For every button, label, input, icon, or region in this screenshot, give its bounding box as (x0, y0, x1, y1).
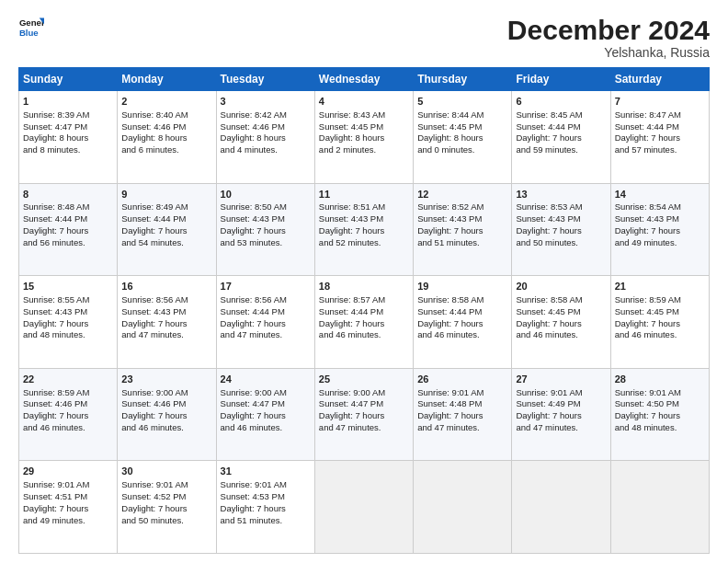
logo: General Blue (18, 15, 44, 40)
day-info-line: Daylight: 7 hours (516, 132, 606, 144)
day-number: 11 (319, 188, 409, 201)
day-info-line: Daylight: 7 hours (221, 410, 311, 422)
day-info-line: Sunset: 4:45 PM (319, 121, 409, 133)
day-info-line: Sunrise: 8:59 AM (23, 387, 113, 399)
day-info-line: Sunset: 4:43 PM (221, 213, 311, 225)
day-info-line: Daylight: 8 hours (121, 132, 211, 144)
subtitle: Yelshanka, Russia (507, 45, 710, 60)
day-info-line: Sunset: 4:43 PM (516, 213, 606, 225)
page: General Blue December 2024 Yelshanka, Ru… (0, 0, 728, 563)
day-info-line: and 48 minutes. (615, 422, 705, 434)
day-info-line: Sunset: 4:48 PM (417, 398, 507, 410)
day-info-line: Sunrise: 8:44 AM (417, 109, 507, 121)
day-number: 28 (615, 373, 705, 386)
day-info-line: and 46 minutes. (23, 422, 113, 434)
day-number: 7 (615, 95, 705, 109)
day-number: 3 (221, 95, 311, 109)
day-number: 15 (23, 280, 113, 293)
list-item: 9Sunrise: 8:49 AMSunset: 4:44 PMDaylight… (118, 183, 216, 276)
list-item: 8Sunrise: 8:48 AMSunset: 4:44 PMDaylight… (19, 183, 118, 276)
day-number: 17 (221, 280, 311, 293)
day-number: 20 (516, 280, 606, 293)
day-number: 14 (615, 188, 705, 201)
day-info-line: and 52 minutes. (319, 237, 409, 249)
list-item: 11Sunrise: 8:51 AMSunset: 4:43 PMDayligh… (314, 183, 413, 276)
day-info-line: Sunset: 4:46 PM (23, 398, 113, 410)
day-info-line: Sunrise: 8:49 AM (121, 201, 211, 213)
day-info-line: Sunrise: 8:57 AM (319, 294, 409, 306)
day-info-line: Daylight: 7 hours (615, 318, 705, 330)
day-number: 10 (221, 188, 311, 201)
day-info-line: Daylight: 8 hours (319, 132, 409, 144)
day-info-line: Sunrise: 8:51 AM (319, 201, 409, 213)
day-info-line: Sunset: 4:43 PM (23, 306, 113, 318)
day-info-line: and 51 minutes. (417, 237, 507, 249)
day-info-line: Daylight: 7 hours (319, 318, 409, 330)
day-info-line: Daylight: 7 hours (319, 410, 409, 422)
day-info-line: and 46 minutes. (417, 329, 507, 341)
day-info-line: and 46 minutes. (615, 329, 705, 341)
col-thursday: Thursday (414, 68, 512, 91)
day-info-line: Sunrise: 8:56 AM (221, 294, 311, 306)
day-info-line: and 54 minutes. (121, 237, 211, 249)
day-info-line: and 47 minutes. (417, 422, 507, 434)
day-info-line: and 0 minutes. (417, 144, 507, 156)
day-info-line: Sunrise: 9:00 AM (319, 387, 409, 399)
day-number: 8 (23, 188, 113, 201)
list-item: 29Sunrise: 9:01 AMSunset: 4:51 PMDayligh… (19, 461, 118, 554)
day-info-line: and 47 minutes. (319, 422, 409, 434)
list-item: 20Sunrise: 8:58 AMSunset: 4:45 PMDayligh… (512, 276, 610, 369)
day-info-line: Sunset: 4:45 PM (516, 306, 606, 318)
day-info-line: Daylight: 7 hours (121, 225, 211, 237)
day-number: 2 (121, 95, 211, 109)
day-info-line: and 47 minutes. (516, 422, 606, 434)
day-info-line: Sunset: 4:45 PM (615, 306, 705, 318)
day-info-line: Sunset: 4:44 PM (221, 306, 311, 318)
list-item: 12Sunrise: 8:52 AMSunset: 4:43 PMDayligh… (414, 183, 512, 276)
day-info-line: Sunset: 4:43 PM (319, 213, 409, 225)
day-info-line: Daylight: 7 hours (516, 225, 606, 237)
col-tuesday: Tuesday (216, 68, 314, 91)
day-info-line: Daylight: 8 hours (221, 132, 311, 144)
list-item (610, 461, 709, 554)
table-row: 1Sunrise: 8:39 AMSunset: 4:47 PMDaylight… (19, 91, 710, 184)
day-info-line: Daylight: 7 hours (615, 410, 705, 422)
day-info-line: Daylight: 7 hours (516, 410, 606, 422)
day-number: 5 (417, 95, 507, 109)
day-info-line: Daylight: 7 hours (23, 503, 113, 515)
day-info-line: and 46 minutes. (121, 422, 211, 434)
day-info-line: Sunrise: 8:59 AM (615, 294, 705, 306)
col-monday: Monday (118, 68, 216, 91)
day-info-line: and 49 minutes. (615, 237, 705, 249)
col-saturday: Saturday (610, 68, 709, 91)
day-info-line: Sunset: 4:51 PM (23, 491, 113, 503)
list-item: 23Sunrise: 9:00 AMSunset: 4:46 PMDayligh… (118, 368, 216, 461)
day-info-line: Daylight: 7 hours (615, 225, 705, 237)
day-number: 4 (319, 95, 409, 109)
day-number: 26 (417, 373, 507, 386)
title-block: December 2024 Yelshanka, Russia (507, 15, 710, 60)
day-info-line: Daylight: 7 hours (121, 318, 211, 330)
day-info-line: Sunset: 4:49 PM (516, 398, 606, 410)
day-info-line: Daylight: 7 hours (615, 132, 705, 144)
list-item: 17Sunrise: 8:56 AMSunset: 4:44 PMDayligh… (216, 276, 314, 369)
col-wednesday: Wednesday (314, 68, 413, 91)
list-item (314, 461, 413, 554)
day-info-line: and 4 minutes. (221, 144, 311, 156)
table-row: 8Sunrise: 8:48 AMSunset: 4:44 PMDaylight… (19, 183, 710, 276)
day-info-line: Daylight: 7 hours (121, 410, 211, 422)
day-info-line: and 48 minutes. (23, 329, 113, 341)
day-info-line: Daylight: 7 hours (319, 225, 409, 237)
list-item: 3Sunrise: 8:42 AMSunset: 4:46 PMDaylight… (216, 91, 314, 184)
day-info-line: Sunrise: 8:45 AM (516, 109, 606, 121)
list-item: 21Sunrise: 8:59 AMSunset: 4:45 PMDayligh… (610, 276, 709, 369)
day-info-line: Sunrise: 8:52 AM (417, 201, 507, 213)
day-info-line: Daylight: 7 hours (23, 318, 113, 330)
day-info-line: and 49 minutes. (23, 515, 113, 527)
table-row: 22Sunrise: 8:59 AMSunset: 4:46 PMDayligh… (19, 368, 710, 461)
day-info-line: Daylight: 7 hours (417, 225, 507, 237)
day-info-line: Sunset: 4:53 PM (221, 491, 311, 503)
day-info-line: Sunset: 4:47 PM (319, 398, 409, 410)
day-number: 1 (23, 95, 113, 109)
day-info-line: Sunset: 4:50 PM (615, 398, 705, 410)
